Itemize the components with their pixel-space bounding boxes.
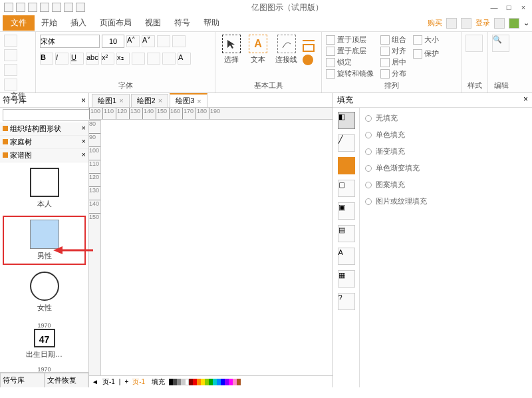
qat-open-icon[interactable] [40, 3, 49, 12]
canvas[interactable] [101, 120, 332, 375]
format-painter-icon[interactable] [4, 79, 17, 91]
symbol-search-input[interactable] [3, 109, 96, 121]
arrange-size[interactable]: 大小 [413, 35, 439, 45]
rp-image-icon[interactable]: ▦ [338, 270, 355, 288]
app-icon[interactable] [509, 18, 519, 29]
font-increase-icon[interactable]: A˄ [126, 35, 140, 47]
edit-icon[interactable]: 🔍 [492, 35, 509, 52]
connector-tool[interactable]: 连接线 [273, 35, 300, 65]
arrange-center[interactable]: 居中 [380, 57, 406, 67]
category-orgchart[interactable]: 组织结构图形状× [0, 122, 88, 136]
select-tool[interactable]: 选择 [219, 35, 243, 65]
superscript-icon[interactable] [157, 35, 170, 47]
rp-layer-icon[interactable]: ▣ [338, 202, 355, 220]
rp-shape-icon[interactable] [338, 157, 355, 174]
font-size-select[interactable] [102, 35, 124, 48]
tab-help[interactable]: 帮助 [197, 15, 226, 31]
underline-button[interactable]: U [70, 53, 84, 65]
qat-print-icon[interactable] [64, 3, 73, 12]
arrange-align[interactable]: 对齐 [380, 46, 406, 56]
arrange-bottom[interactable]: 置于底层 [326, 46, 374, 56]
align-icon[interactable] [147, 53, 160, 65]
arrange-protect[interactable]: 保护 [413, 49, 439, 59]
menu-chevron-icon[interactable]: ⌄ [523, 19, 529, 27]
share-icon[interactable] [461, 18, 471, 29]
rp-help-icon[interactable]: ? [338, 293, 355, 310]
shape-rect-icon[interactable] [303, 44, 315, 52]
rp-shadow-icon[interactable]: ▢ [338, 180, 355, 197]
shape-self[interactable]: 本人 [3, 165, 86, 212]
fill-picture[interactable]: 图片或纹理填充 [365, 196, 527, 206]
cut-icon[interactable] [4, 35, 17, 47]
shape-line-icon[interactable] [303, 40, 315, 41]
buy-link[interactable]: 购买 [428, 18, 442, 28]
foot-tab-recover[interactable]: 文件恢复 [45, 373, 89, 387]
category-genealogy[interactable]: 家谱图× [0, 149, 88, 162]
doc-tab-2[interactable]: 绘图2× [131, 94, 169, 107]
tab-symbol[interactable]: 符号 [168, 15, 197, 31]
x2sub-icon[interactable]: x₂ [116, 53, 130, 65]
shape-male[interactable]: 男性 [3, 216, 86, 265]
arrange-top[interactable]: 置于顶层 [326, 35, 374, 45]
italic-button[interactable]: I [55, 53, 68, 65]
cloud-icon[interactable] [446, 18, 457, 29]
tab-close-icon: × [119, 97, 123, 104]
bullets-icon[interactable] [132, 53, 145, 65]
font-color-icon[interactable]: A [178, 53, 191, 65]
fill-solid[interactable]: 单色填充 [365, 130, 527, 140]
rp-fill-icon[interactable]: ◧ [338, 112, 355, 129]
fill-gradient[interactable]: 渐变填充 [365, 146, 527, 156]
copy-icon[interactable] [4, 49, 17, 61]
rightpanel-close-icon[interactable]: × [523, 95, 528, 106]
color-swatches[interactable] [169, 379, 241, 385]
text-tool[interactable]: A 文本 [246, 35, 270, 65]
close-icon[interactable]: × [519, 3, 528, 11]
minimize-icon[interactable]: — [489, 3, 499, 11]
font-family-select[interactable] [40, 35, 100, 48]
page-add-icon[interactable]: + [124, 378, 128, 385]
shape-birthdate[interactable]: 1970 47出生日期… [3, 319, 86, 362]
shape-female[interactable]: 女性 [3, 269, 86, 315]
arrange-group[interactable]: 组合 [380, 35, 406, 45]
tab-insert[interactable]: 插入 [64, 15, 93, 31]
arrange-rotate[interactable]: 旋转和镜像 [326, 69, 374, 79]
font-decrease-icon[interactable]: A˅ [142, 35, 155, 47]
page-nav-prev-icon[interactable]: ◄ [92, 378, 98, 385]
spacing-icon[interactable] [162, 53, 176, 65]
bold-button[interactable]: B [40, 53, 53, 65]
paste-icon[interactable] [4, 64, 17, 76]
qat-new-icon[interactable] [4, 3, 13, 12]
x2-icon[interactable]: x² [101, 53, 114, 65]
settings-icon[interactable] [494, 18, 505, 29]
tab-view[interactable]: 视图 [138, 15, 168, 31]
fill-pattern[interactable]: 图案填充 [365, 180, 527, 190]
subscript-icon[interactable] [172, 35, 186, 47]
file-menu[interactable]: 文件 [3, 15, 35, 31]
page-left-label[interactable]: 页-1 [102, 377, 115, 387]
arrange-lock[interactable]: 锁定 [326, 57, 374, 67]
strike-icon[interactable]: abc [86, 53, 99, 65]
doc-tab-1[interactable]: 绘图1× [92, 94, 130, 107]
rp-text-icon[interactable]: A [338, 248, 355, 265]
foot-tab-library[interactable]: 符号库 [0, 373, 45, 387]
qat-export-icon[interactable] [76, 3, 85, 12]
tab-pagelayout[interactable]: 页面布局 [93, 15, 138, 31]
doc-tab-3[interactable]: 绘图3× [170, 93, 207, 107]
style-icon[interactable] [466, 35, 483, 52]
qat-redo-icon[interactable] [28, 3, 37, 12]
maximize-icon[interactable]: □ [504, 3, 513, 11]
fill-label: 填充 [152, 377, 165, 387]
login-link[interactable]: 登录 [475, 18, 490, 28]
fill-none[interactable]: 无填充 [365, 113, 527, 123]
qat-save-icon[interactable] [52, 3, 61, 12]
category-familytree[interactable]: 家庭树× [0, 136, 88, 149]
leftpanel-close-icon[interactable]: × [81, 96, 86, 105]
shape-circle-icon[interactable] [303, 55, 313, 65]
tab-start[interactable]: 开始 [35, 15, 64, 31]
qat-undo-icon[interactable] [16, 3, 25, 12]
arrange-dist[interactable]: 分布 [380, 69, 406, 79]
rp-page-icon[interactable]: ▤ [338, 225, 355, 242]
page-right-label[interactable]: 页-1 [132, 377, 145, 387]
fill-solidgradient[interactable]: 单色渐变填充 [365, 163, 527, 173]
rp-line-icon[interactable]: ╱ [338, 134, 355, 152]
